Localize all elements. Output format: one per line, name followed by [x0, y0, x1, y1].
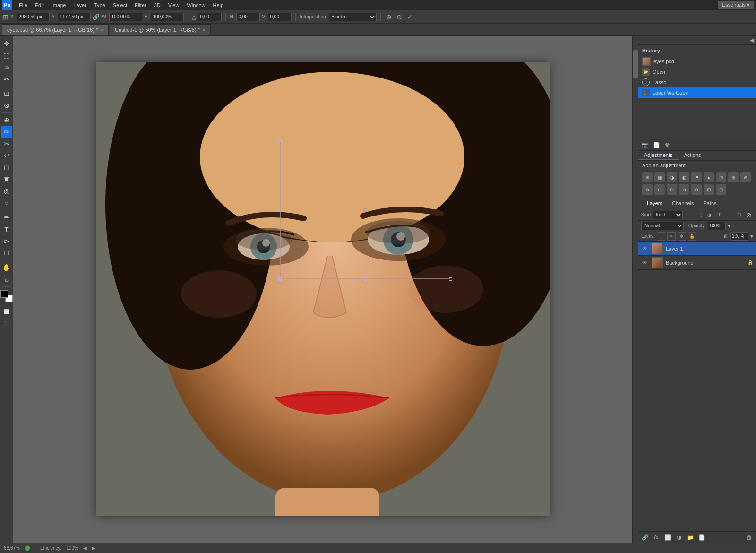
h-input[interactable] [151, 13, 184, 21]
confirm-icon[interactable]: ✓ [405, 12, 414, 21]
status-next[interactable]: ▶ [92, 545, 95, 551]
adj-colorbalance-icon[interactable]: ⊡ [716, 172, 726, 182]
tab-layers[interactable]: Layers [642, 199, 667, 207]
add-style-btn[interactable]: fx [652, 533, 661, 542]
history-item-open[interactable]: 📂 Open [638, 67, 756, 77]
history-brush-tool[interactable]: ↩ [1, 150, 12, 161]
adj-brightness-icon[interactable]: ☀ [642, 172, 653, 182]
adj-gradient-map-icon[interactable]: ⊞ [704, 184, 714, 195]
background-visibility[interactable]: 👁 [641, 259, 649, 267]
filter-toggle[interactable]: ⊗ [745, 211, 753, 219]
menu-window[interactable]: Window [183, 1, 209, 9]
adj-threshold-icon[interactable]: ⊝ [691, 184, 702, 195]
healing-brush-tool[interactable]: ⊕ [1, 114, 12, 126]
adj-invert-icon[interactable]: ⊛ [667, 184, 677, 195]
menu-help[interactable]: Help [209, 1, 228, 9]
layers-options-icon[interactable]: ≡ [749, 201, 752, 207]
adj-channel-icon[interactable]: ⊗ [642, 184, 653, 195]
new-layer-btn[interactable]: 📄 [697, 533, 706, 542]
menu-edit[interactable]: Edit [31, 1, 48, 9]
adj-exposure-icon[interactable]: ◐ [679, 172, 689, 182]
eyedropper-tool[interactable]: ⊗ [1, 100, 12, 111]
history-item-layer-copy[interactable]: ⬚ Layer Via Copy [638, 87, 756, 98]
vscroll-thumb[interactable] [633, 50, 638, 78]
clone-stamp-tool[interactable]: ✂ [1, 138, 12, 149]
path-select-tool[interactable]: ⊳ [1, 235, 12, 247]
history-item-eyes[interactable]: eyes.psd [638, 56, 756, 67]
layer-item-layer1[interactable]: 👁 Layer 1 [638, 242, 756, 256]
layer-kind-select[interactable]: Kind Name Effect Mode Attribute Color [653, 211, 683, 219]
adj-photo-icon[interactable]: ⊕ [740, 172, 751, 182]
blur-tool[interactable]: ◎ [1, 185, 12, 197]
filter-type-icon[interactable]: T [715, 211, 723, 219]
type-tool[interactable]: T [1, 224, 12, 235]
zoom-tool[interactable]: ⌕ [1, 274, 12, 285]
opacity-arrow[interactable]: ▾ [728, 223, 730, 229]
adj-posterize-icon[interactable]: ⊜ [679, 184, 689, 195]
layer1-visibility[interactable]: 👁 [641, 245, 649, 252]
interpolation-select[interactable]: Bicubic Nearest Neighbor Bilinear Bicubi… [329, 13, 377, 21]
eraser-tool[interactable]: ◻ [1, 162, 12, 173]
menu-view[interactable]: View [164, 1, 183, 9]
canvas-area[interactable] [13, 36, 632, 543]
adj-hsl-icon[interactable]: ▲ [704, 172, 714, 182]
tab-adjustments[interactable]: Adjustments [638, 151, 679, 160]
lock-position-btn[interactable]: ✥ [678, 232, 686, 241]
lock-image-btn[interactable]: ✏ [667, 232, 676, 241]
transform-handle-bottom-center[interactable] [364, 277, 367, 281]
essentials-button[interactable]: Essentials ▾ [718, 1, 754, 9]
adj-colorlookup-icon[interactable]: ⊙ [654, 184, 665, 195]
x-input[interactable] [17, 13, 50, 21]
v-skew-input[interactable] [268, 13, 292, 21]
canvas[interactable] [96, 62, 550, 516]
tab-channels[interactable]: Channels [667, 199, 698, 207]
menu-layer[interactable]: Layer [69, 1, 90, 9]
filter-shape-icon[interactable]: □ [725, 211, 733, 219]
hand-tool[interactable]: ✋ [1, 262, 12, 273]
filter-pixel-icon[interactable]: ⬚ [695, 211, 704, 219]
dodge-tool[interactable]: ○ [1, 197, 12, 208]
transform-handle-mid-right[interactable] [449, 209, 452, 212]
brush-tool[interactable]: ✏ [1, 126, 12, 138]
menu-3d[interactable]: 3D [150, 1, 164, 9]
new-fill-btn[interactable]: ◑ [674, 533, 684, 542]
filter-adjust-icon[interactable]: ◑ [705, 211, 713, 219]
quick-select-tool[interactable]: ⚯ [1, 73, 12, 85]
adj-vibrance-icon[interactable]: ⚑ [691, 172, 702, 182]
tab-paths[interactable]: Paths [699, 199, 722, 207]
link-layers-btn[interactable]: 🔗 [640, 533, 650, 542]
tab-eyes-close[interactable]: × [101, 27, 103, 33]
gradient-tool[interactable]: ▣ [1, 173, 12, 185]
tab-actions[interactable]: Actions [679, 151, 707, 160]
crop-tool[interactable]: ⊡ [1, 88, 12, 99]
transform-handle-top-left[interactable] [278, 140, 282, 143]
rectangular-marquee-tool[interactable]: ⬚ [1, 50, 12, 61]
quick-mask-toggle[interactable]: ⬜ [1, 306, 12, 317]
w-input[interactable] [109, 13, 142, 21]
move-tool[interactable]: ✥ [1, 38, 12, 49]
transform-center-point[interactable] [363, 208, 367, 212]
history-delete-icon[interactable]: 🗑 [663, 141, 672, 149]
menu-image[interactable]: Image [48, 1, 70, 9]
status-prev[interactable]: ◀ [83, 545, 87, 551]
rotation-input[interactable] [198, 13, 222, 21]
panel-collapse-icon[interactable]: ◀ [750, 37, 754, 43]
add-mask-btn[interactable]: ⬜ [663, 533, 672, 542]
history-new-doc-icon[interactable]: 📄 [652, 141, 661, 149]
fill-input[interactable] [730, 232, 748, 241]
adjustments-options-icon[interactable]: ≡ [747, 151, 756, 160]
menu-select[interactable]: Select [109, 1, 131, 9]
lock-transparent-btn[interactable]: ⬚ [657, 232, 665, 241]
tab-untitled[interactable]: Untitled-1 @ 50% (Layer 1, RGB/8) * × [110, 24, 211, 35]
shape-tool[interactable]: □ [1, 247, 12, 259]
screen-mode-toggle[interactable]: ⬛ [1, 318, 12, 329]
history-options-icon[interactable]: ≡ [749, 48, 752, 53]
pen-tool[interactable]: ✒ [1, 212, 12, 223]
fill-arrow[interactable]: ▾ [750, 233, 753, 240]
tab-untitled-close[interactable]: × [203, 27, 206, 33]
new-group-btn[interactable]: 📁 [686, 533, 695, 542]
foreground-color-swatch[interactable] [0, 290, 8, 298]
history-item-lasso[interactable]: ○ Lasso [638, 77, 756, 87]
adj-selective-color-icon[interactable]: ⊟ [716, 184, 726, 195]
transform-selection-box[interactable] [280, 142, 450, 279]
